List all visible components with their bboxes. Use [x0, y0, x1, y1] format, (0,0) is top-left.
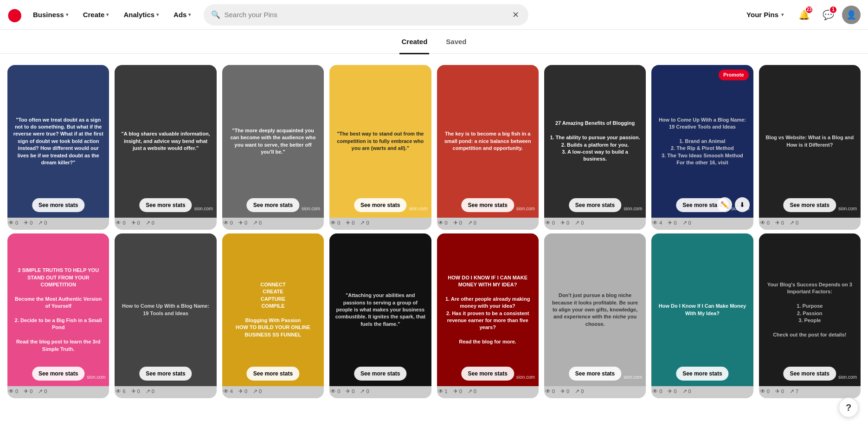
pin-card[interactable]: How to Come Up With a Blog Name: 19 Tool…	[115, 233, 216, 398]
pin-stat-0: 👁 0	[760, 388, 770, 395]
pin-card[interactable]: "Too often we treat doubt as a sign not …	[7, 65, 109, 230]
pin-stat-0: 👁 4	[652, 220, 662, 226]
see-more-stats-button[interactable]: See more stats	[247, 198, 299, 212]
question-icon: ?	[846, 402, 851, 410]
messages-button[interactable]: 💬 1	[818, 5, 838, 25]
pin-stats-bar: 👁 0✈ 0↗ 0	[651, 386, 753, 398]
pin-stat-1: ✈ 0	[560, 220, 569, 226]
search-icon: 🔍	[211, 10, 220, 19]
see-more-stats-button[interactable]: See more stats	[32, 367, 84, 381]
pin-stat-1: ✈ 0	[346, 220, 354, 226]
business-label: Business	[33, 11, 64, 19]
see-more-stats-button[interactable]: See more stats	[784, 198, 836, 212]
user-avatar[interactable]: 👤	[842, 6, 861, 24]
tabs-bar: Created Saved	[0, 30, 868, 54]
pin-card[interactable]: "Attaching your abilities and passions t…	[329, 233, 431, 398]
see-more-stats-button[interactable]: See more stats	[676, 367, 728, 381]
pin-card[interactable]: How to Come Up With a Blog Name: 19 Crea…	[651, 65, 753, 230]
pin-image: "A blog shares valuable information, ins…	[115, 65, 216, 218]
ads-menu-button[interactable]: Ads ▾	[168, 7, 196, 22]
pin-stats-bar: 👁 4✈ 0↗ 0	[651, 218, 753, 230]
pin-stats-bar: 👁 1✈ 0↗ 0	[437, 386, 539, 398]
pin-stat-2: ↗ 0	[468, 220, 476, 226]
pin-card[interactable]: Your Blog's Success Depends on 3 Importa…	[759, 233, 861, 398]
pin-image: "Too often we treat doubt as a sign not …	[7, 65, 109, 218]
download-pin-button[interactable]: ⬇	[735, 197, 750, 212]
promote-badge: Promote	[719, 70, 749, 80]
pinterest-logo: ⬤	[7, 7, 22, 22]
see-more-stats-button[interactable]: See more stats	[569, 367, 621, 381]
pin-card[interactable]: The key is to become a big fish in a sma…	[437, 65, 539, 230]
pins-row-2: 3 SIMPLE TRUTHS TO HELP YOU STAND OUT FR…	[7, 233, 861, 398]
pin-domain: sion.com	[302, 206, 320, 212]
see-more-stats-button[interactable]: See more stats	[784, 367, 836, 381]
pin-stat-1: ✈ 0	[453, 388, 462, 395]
pin-stats-bar: 👁 6✈ 0↗ 0	[115, 386, 216, 398]
your-pins-label: Your Pins	[746, 11, 778, 19]
pin-stat-1: ✈ 0	[238, 220, 247, 226]
pin-card[interactable]: How Do I Know If I Can Make Money With M…	[651, 233, 753, 398]
pin-domain: sion.com	[624, 374, 642, 381]
analytics-menu-button[interactable]: Analytics ▾	[118, 7, 164, 22]
pin-card[interactable]: HOW DO I KNOW IF I CAN MAKE MONEY WITH M…	[437, 233, 539, 398]
edit-pin-button[interactable]: ✏️	[717, 197, 732, 212]
pin-stat-1: ✈ 0	[24, 388, 32, 395]
pin-stat-0: 👁 0	[116, 220, 125, 226]
pin-stat-1: ✈ 0	[775, 388, 784, 395]
pin-stats-bar: 👁 0✈ 0↗ 7	[759, 386, 861, 398]
pin-image: HOW DO I KNOW IF I CAN MAKE MONEY WITH M…	[437, 233, 539, 386]
pin-image: 3 SIMPLE TRUTHS TO HELP YOU STAND OUT FR…	[7, 233, 109, 386]
pin-stats-bar: 👁 0✈ 0↗ 0	[329, 386, 431, 398]
pin-stat-1: ✈ 0	[131, 220, 140, 226]
pin-stat-1: ✈ 0	[346, 388, 354, 395]
see-more-stats-button[interactable]: See more stats	[139, 198, 192, 212]
pin-stat-0: 👁 0	[760, 220, 770, 226]
pin-stat-2: ↗ 7	[790, 388, 798, 395]
pin-stat-2: ↗ 0	[360, 220, 369, 226]
nav-right: Your Pins ▾ 🔔 23 💬 1 👤	[740, 5, 861, 25]
pin-stat-0: 👁 1	[438, 388, 448, 395]
pin-stats-bar: 👁 0✈ 0↗ 0	[759, 218, 861, 230]
pin-image: CONNECT CREATE CAPTURE COMPILE Blogging …	[222, 233, 324, 386]
see-more-stats-button[interactable]: See more stats	[461, 198, 514, 212]
your-pins-button[interactable]: Your Pins ▾	[740, 7, 790, 22]
see-more-stats-button[interactable]: See more stats	[354, 198, 406, 212]
pin-stat-1: ✈ 0	[668, 220, 676, 226]
pin-card[interactable]: Blog vs Website: What is a Blog and How …	[759, 65, 861, 230]
pin-stat-1: ✈ 0	[668, 388, 676, 395]
see-more-stats-button[interactable]: See more stats	[569, 198, 621, 212]
pin-card[interactable]: CONNECT CREATE CAPTURE COMPILE Blogging …	[222, 233, 324, 398]
your-pins-chevron-icon: ▾	[781, 12, 784, 17]
pin-domain: sion.com	[194, 206, 213, 212]
pin-stats-bar: 👁 0✈ 0↗ 0	[222, 218, 324, 230]
pin-image: Don't just pursue a blog niche because i…	[544, 233, 646, 386]
analytics-label: Analytics	[123, 11, 154, 19]
pin-card[interactable]: "The best way to stand out from the comp…	[329, 65, 431, 230]
see-more-stats-button[interactable]: See more stats	[354, 367, 406, 381]
business-menu-button[interactable]: Business ▾	[27, 7, 74, 22]
pin-stat-0: 👁 0	[545, 220, 555, 226]
notifications-button[interactable]: 🔔 23	[794, 5, 814, 25]
pin-stats-bar: 👁 0✈ 0↗ 0	[7, 386, 109, 398]
see-more-stats-button[interactable]: See more stats	[247, 367, 299, 381]
pin-stat-1: ✈ 0	[24, 220, 32, 226]
pin-card[interactable]: 27 Amazing Benefits of Blogging 1. The a…	[544, 65, 646, 230]
see-more-stats-button[interactable]: See more stats	[139, 367, 192, 381]
pin-stat-2: ↗ 0	[682, 388, 691, 395]
see-more-stats-button[interactable]: See more stats	[461, 367, 514, 381]
pin-domain: sion.com	[516, 374, 535, 381]
pin-card[interactable]: Don't just pursue a blog niche because i…	[544, 233, 646, 398]
pin-card[interactable]: "A blog shares valuable information, ins…	[115, 65, 216, 230]
navigation: ⬤ Business ▾ Create ▾ Analytics ▾ Ads ▾ …	[0, 0, 868, 30]
search-input[interactable]	[224, 11, 510, 19]
create-menu-button[interactable]: Create ▾	[77, 7, 115, 22]
messages-badge: 1	[829, 6, 837, 14]
pin-stats-bar: 👁 4✈ 0↗ 0	[222, 386, 324, 398]
tab-created[interactable]: Created	[399, 30, 429, 54]
pin-card[interactable]: 3 SIMPLE TRUTHS TO HELP YOU STAND OUT FR…	[7, 233, 109, 398]
pin-stat-0: 👁 0	[8, 388, 18, 395]
tab-saved[interactable]: Saved	[444, 30, 468, 54]
see-more-stats-button[interactable]: See more stats	[32, 198, 84, 212]
pin-card[interactable]: "The more deeply acquainted you can beco…	[222, 65, 324, 230]
search-clear-button[interactable]: ✕	[510, 10, 521, 20]
